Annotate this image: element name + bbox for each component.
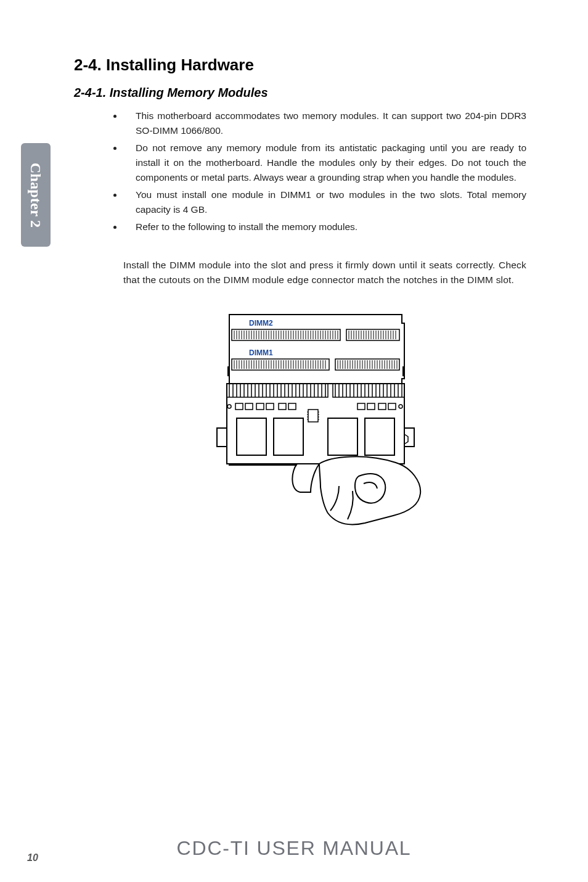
- dimm1-slot: [232, 359, 399, 370]
- section-number: 2-4.: [74, 56, 102, 74]
- section-heading: 2-4. Installing Hardware: [74, 56, 533, 75]
- dimm1-label: DIMM1: [249, 348, 273, 357]
- hand-illustration: [292, 456, 420, 524]
- dimm2-label: DIMM2: [249, 319, 273, 328]
- bullet-list: This motherboard accommodates two memory…: [74, 109, 533, 234]
- footer-title: CDC-TI USER MANUAL: [0, 837, 588, 860]
- figure-container: DIMM2 DIMM1: [99, 305, 533, 527]
- list-item: You must install one module in DIMM1 or …: [123, 188, 533, 217]
- page-number: 10: [27, 852, 38, 863]
- install-paragraph: Install the DIMM module into the slot an…: [123, 258, 526, 287]
- memory-module: [227, 384, 408, 464]
- chapter-side-tab-label: Chapter 2: [28, 162, 44, 228]
- svg-rect-132: [227, 384, 404, 464]
- page: Chapter 2 2-4. Installing Hardware 2-4-1…: [0, 0, 588, 882]
- section-title-text: Installing Hardware: [106, 56, 254, 74]
- list-item: Refer to the following to install the me…: [123, 220, 533, 234]
- list-item: This motherboard accommodates two memory…: [123, 109, 533, 138]
- list-item: Do not remove any memory module from its…: [123, 141, 533, 185]
- svg-rect-3: [346, 329, 399, 340]
- subsection-number: 2-4-1.: [74, 86, 106, 99]
- chapter-side-tab: Chapter 2: [21, 143, 51, 247]
- subsection-title-text: Installing Memory Modules: [110, 86, 268, 99]
- dimm2-slot: [232, 329, 399, 340]
- subsection-heading: 2-4-1. Installing Memory Modules: [74, 86, 533, 100]
- dimm-install-figure: DIMM2 DIMM1: [205, 305, 427, 527]
